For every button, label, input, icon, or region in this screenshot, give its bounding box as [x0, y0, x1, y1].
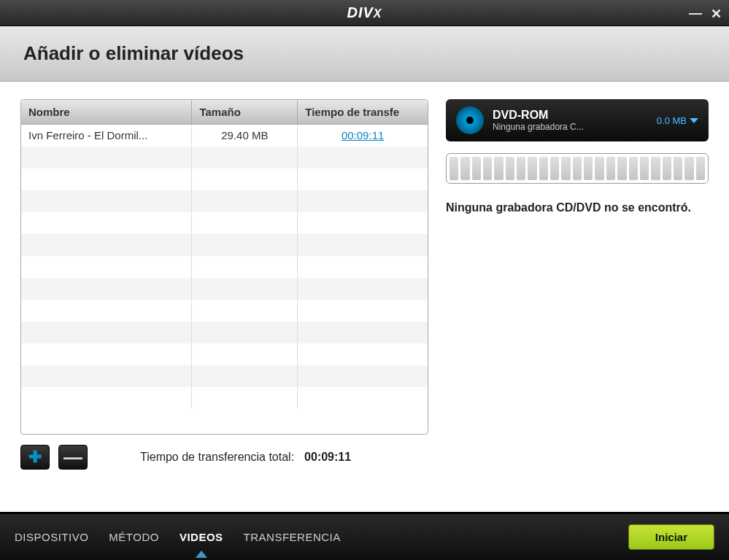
cell-time[interactable]: 00:09:11	[342, 129, 384, 141]
titlebar[interactable]: DIVX — ✕	[0, 0, 729, 26]
chevron-down-icon[interactable]	[690, 118, 698, 123]
device-size: 0.0 MB	[657, 115, 698, 126]
table-row	[21, 212, 428, 234]
footer-tabs: DISPOSITIVO MÉTODO VIDEOS TRANSFERENCIA	[15, 531, 341, 543]
video-list-pane: Nombre Tamaño Tiempo de transfe Ivn Ferr…	[20, 99, 428, 500]
table-row	[21, 387, 428, 409]
video-table: Nombre Tamaño Tiempo de transfe Ivn Ferr…	[20, 99, 428, 435]
cell-size: 29.40 MB	[192, 125, 298, 147]
minus-icon: —	[63, 448, 82, 467]
device-selector[interactable]: DVD-ROM Ninguna grabadora C... 0.0 MB	[446, 99, 709, 141]
table-row	[21, 365, 428, 387]
app-logo: DIVX	[347, 4, 382, 21]
content-area: Nombre Tamaño Tiempo de transfe Ivn Ferr…	[0, 82, 729, 512]
device-subtitle: Ninguna grabadora C...	[493, 122, 584, 132]
table-actions: ✚ — Tiempo de transferencia total:00:09:…	[20, 445, 428, 470]
tab-metodo[interactable]: MÉTODO	[109, 531, 159, 543]
table-row	[21, 147, 428, 168]
close-button[interactable]: ✕	[711, 6, 722, 22]
col-transfer[interactable]: Tiempo de transfe	[298, 100, 428, 125]
table-row	[21, 343, 428, 365]
tab-videos[interactable]: VIDEOS	[180, 531, 223, 543]
table-row[interactable]: Ivn Ferreiro - El Dormil... 29.40 MB 00:…	[21, 125, 428, 147]
plus-icon: ✚	[28, 449, 42, 465]
add-video-button[interactable]: ✚	[20, 445, 50, 470]
status-message: Ninguna grabadora CD/DVD no se encontró.	[446, 200, 709, 216]
total-transfer-time: Tiempo de transferencia total:00:09:11	[140, 451, 351, 464]
capacity-progress	[446, 153, 709, 184]
col-size[interactable]: Tamaño	[192, 100, 298, 125]
table-row	[21, 190, 428, 212]
table-row	[21, 300, 428, 322]
table-row	[21, 168, 428, 190]
tab-dispositivo[interactable]: DISPOSITIVO	[15, 531, 88, 543]
table-row	[21, 322, 428, 343]
device-name: DVD-ROM	[493, 109, 584, 122]
minimize-button[interactable]: —	[689, 6, 702, 22]
page-title: Añadir o eliminar vídeos	[23, 42, 706, 65]
disc-icon	[456, 106, 484, 134]
tab-transferencia[interactable]: TRANSFERENCIA	[244, 531, 341, 543]
footer-bar: DISPOSITIVO MÉTODO VIDEOS TRANSFERENCIA …	[0, 512, 729, 560]
page-header: Añadir o eliminar vídeos	[0, 26, 729, 82]
cell-name: Ivn Ferreiro - El Dormil...	[21, 125, 192, 147]
table-row	[21, 256, 428, 278]
app-window: DIVX — ✕ Añadir o eliminar vídeos Nombre…	[0, 0, 729, 560]
col-name[interactable]: Nombre	[21, 100, 192, 125]
remove-video-button[interactable]: —	[58, 445, 88, 470]
device-pane: DVD-ROM Ninguna grabadora C... 0.0 MB Ni…	[446, 99, 709, 500]
table-row	[21, 278, 428, 300]
start-button[interactable]: Iniciar	[628, 524, 714, 550]
table-row	[21, 234, 428, 256]
